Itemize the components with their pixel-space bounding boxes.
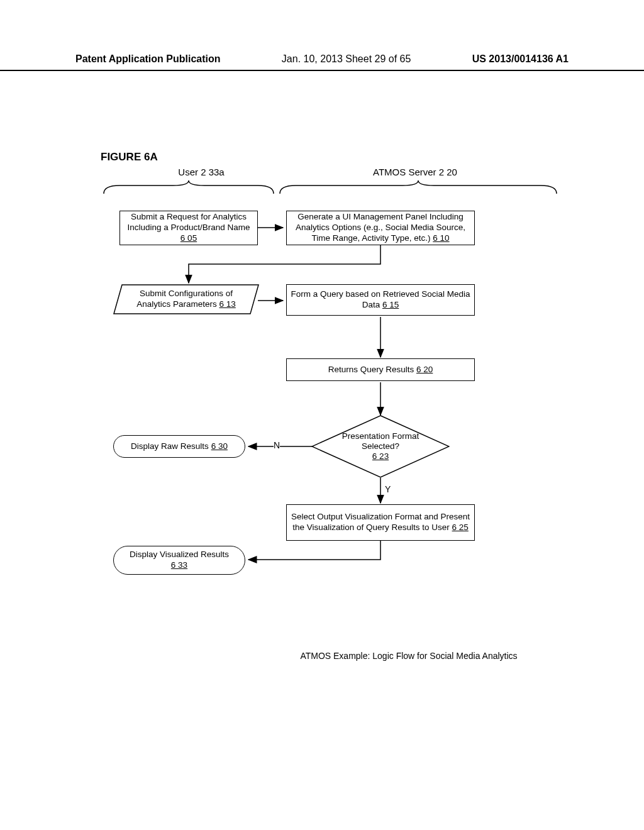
edge-label-no: N (274, 440, 280, 450)
node-610-generate-panel: Generate a UI Management Panel Including… (286, 211, 475, 245)
node-605-submit-request: Submit a Request for Analytics Including… (119, 211, 258, 245)
node-605-ref: 6 05 (180, 233, 197, 243)
node-620-return-results: Returns Query Results 6 20 (286, 358, 475, 381)
figure-title: FIGURE 6A (101, 151, 158, 163)
node-613-ref: 6 13 (219, 299, 236, 309)
header-left: Patent Application Publication (75, 53, 221, 65)
node-615-ref: 6 15 (382, 300, 399, 309)
node-620-ref: 6 20 (416, 365, 433, 374)
node-630-display-raw: Display Raw Results 6 30 (113, 435, 245, 458)
header-center: Jan. 10, 2013 Sheet 29 of 65 (282, 53, 411, 65)
node-623-ref: 6 23 (372, 451, 389, 461)
node-613-text: Submit Configurations of Analytics Param… (136, 289, 233, 309)
node-625-ref: 6 25 (452, 523, 469, 532)
node-625-text: Select Output Visualization Format and P… (291, 512, 470, 532)
node-623-decision: Presentation Format Selected? 6 23 (311, 415, 450, 478)
node-630-ref: 6 30 (211, 441, 228, 451)
node-615-form-query: Form a Query based on Retrieved Social M… (286, 284, 475, 316)
swimlane-server-label: ATMOS Server 2 20 (327, 167, 503, 177)
brace-server (277, 179, 560, 197)
node-625-select-output: Select Output Visualization Format and P… (286, 504, 475, 541)
node-615-text: Form a Query based on Retrieved Social M… (291, 289, 470, 309)
node-630-text: Display Raw Results (131, 441, 209, 451)
node-623-text: Presentation Format Selected? (342, 431, 419, 451)
node-633-display-visualized: Display Visualized Results 6 33 (113, 546, 245, 575)
node-620-text: Returns Query Results (328, 365, 414, 374)
node-613-submit-config: Submit Configurations of Analytics Param… (113, 284, 259, 314)
edge-label-yes: Y (385, 484, 391, 494)
node-633-text: Display Visualized Results (130, 550, 229, 559)
page-header: Patent Application Publication Jan. 10, … (0, 53, 644, 71)
swimlane-user-label: User 2 33a (145, 167, 258, 177)
brace-user (101, 179, 277, 197)
figure-caption: ATMOS Example: Logic Flow for Social Med… (264, 651, 553, 661)
node-605-text: Submit a Request for Analytics Including… (127, 212, 250, 232)
node-610-ref: 6 10 (433, 233, 449, 243)
header-right: US 2013/0014136 A1 (472, 53, 569, 65)
node-633-ref: 6 33 (171, 560, 187, 570)
